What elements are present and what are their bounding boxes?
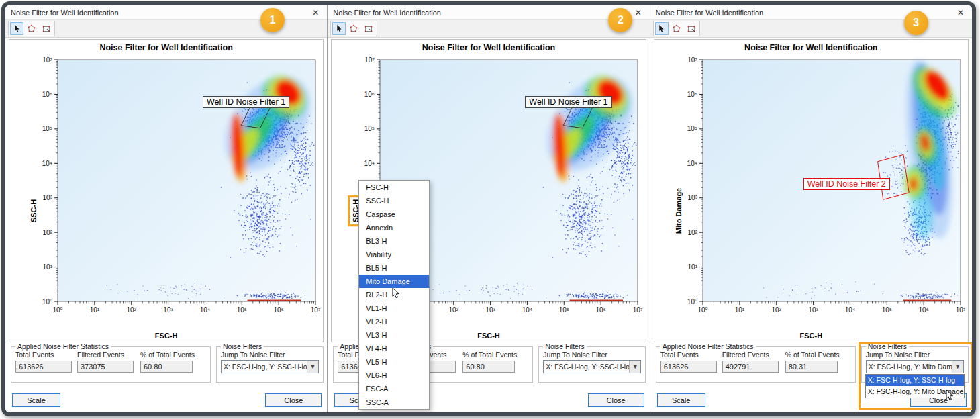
rect-gate-icon bbox=[687, 24, 696, 34]
close-button[interactable]: Close bbox=[588, 393, 644, 407]
jump-to-noise-filter-select[interactable]: X: FSC-H-log, Y: SSC-H-log ▼ bbox=[543, 360, 641, 373]
filtered-events-field: 373075 bbox=[77, 361, 134, 373]
menu-item-ssc-h[interactable]: SSC-H bbox=[359, 194, 429, 207]
stats-group: Applied Noise Filter Statistics Total Ev… bbox=[656, 346, 856, 383]
dropdown-option-mito-damage[interactable]: X: FSC-H-log, Y: Mito Damage bbox=[866, 386, 964, 398]
menu-item-annexin[interactable]: Annexin bbox=[359, 221, 429, 234]
noise-filters-group-label: Noise Filters bbox=[221, 342, 264, 351]
menu-item-viability[interactable]: Viability bbox=[359, 248, 429, 261]
jump-to-label: Jump To Noise Filter bbox=[221, 351, 285, 359]
x-axis-label[interactable]: FSC-H bbox=[9, 332, 323, 340]
chevron-down-icon: ▼ bbox=[629, 361, 640, 373]
density-plot[interactable]: 10⁰10⁰10¹10¹10²10²10³10³10⁴10⁴10⁵10⁵10⁶1… bbox=[654, 56, 970, 324]
menu-item-rl2-h[interactable]: RL2-H bbox=[359, 288, 429, 301]
svg-text:10³: 10³ bbox=[808, 306, 818, 314]
svg-text:10⁵: 10⁵ bbox=[42, 125, 52, 132]
cursor-tool-button[interactable] bbox=[10, 22, 23, 35]
svg-text:10³: 10³ bbox=[687, 194, 697, 201]
svg-text:10⁷: 10⁷ bbox=[42, 56, 52, 64]
svg-text:10⁶: 10⁶ bbox=[918, 306, 928, 314]
jump-to-label: Jump To Noise Filter bbox=[543, 351, 607, 359]
jump-to-noise-filter-select[interactable]: X: FSC-H-log, Y: Mito Dama ▼ bbox=[866, 360, 964, 373]
combo-value: X: FSC-H-log, Y: SSC-H-log bbox=[544, 363, 629, 371]
titlebar[interactable]: Noise Filter for Well Identification ✕ bbox=[328, 5, 649, 20]
tool-group bbox=[330, 21, 377, 36]
svg-text:10²: 10² bbox=[449, 306, 459, 314]
noise-filter-dropdown-list: X: FSC-H-log, Y: SSC-H-log X: FSC-H-log,… bbox=[865, 374, 965, 398]
pct-total-label: % of Total Events bbox=[140, 351, 195, 359]
menu-item-ssc-a[interactable]: SSC-A bbox=[359, 395, 429, 409]
jump-to-noise-filter-select[interactable]: X: FSC-H-log, Y: SSC-H-log ▼ bbox=[221, 360, 319, 373]
tool-group bbox=[653, 21, 700, 36]
step-badge-1: 1 bbox=[260, 8, 285, 32]
chart-title: Noise Filter for Well Identification bbox=[9, 43, 323, 52]
filtered-events-label: Filtered Events bbox=[77, 351, 134, 359]
rect-gate-tool-button[interactable] bbox=[362, 22, 375, 35]
filtered-events-label: Filtered Events bbox=[722, 351, 779, 359]
total-events-field: 613626 bbox=[15, 361, 72, 373]
polygon-gate-tool-button[interactable] bbox=[25, 22, 38, 35]
menu-item-vl3-h[interactable]: VL3-H bbox=[359, 328, 429, 342]
rect-gate-tool-button[interactable] bbox=[40, 22, 53, 35]
menu-item-vl4-h[interactable]: VL4-H bbox=[359, 342, 429, 355]
screenshot-frame: Noise Filter for Well Identification ✕ N… bbox=[1, 1, 976, 416]
pct-total-label: % of Total Events bbox=[462, 351, 517, 359]
total-events-col: Total Events 613626 bbox=[15, 351, 72, 373]
cursor-icon bbox=[335, 24, 344, 33]
svg-text:10⁶: 10⁶ bbox=[42, 91, 52, 98]
cursor-tool-button[interactable] bbox=[655, 22, 669, 35]
cursor-icon bbox=[657, 24, 666, 33]
svg-text:10⁰: 10⁰ bbox=[687, 298, 697, 306]
polygon-gate-tool-button[interactable] bbox=[670, 22, 683, 35]
gate-label[interactable]: Well ID Noise Filter 1 bbox=[525, 96, 611, 108]
svg-text:10⁵: 10⁵ bbox=[881, 306, 891, 314]
menu-item-bl5-h[interactable]: BL5-H bbox=[359, 261, 429, 275]
svg-text:10⁶: 10⁶ bbox=[596, 306, 606, 314]
close-icon[interactable]: ✕ bbox=[309, 8, 322, 17]
noise-filters-group: Noise Filters Jump To Noise Filter X: FS… bbox=[538, 346, 646, 383]
svg-text:10⁶: 10⁶ bbox=[274, 306, 284, 314]
svg-text:10¹: 10¹ bbox=[43, 263, 53, 271]
menu-item-mito-damage[interactable]: Mito Damage bbox=[359, 275, 429, 288]
total-events-field: 613626 bbox=[660, 361, 717, 373]
menu-item-bl3-h[interactable]: BL3-H bbox=[359, 234, 429, 248]
axis-parameter-menu: FSC-H SSC-H Caspase Annexin BL3-H Viabil… bbox=[358, 180, 430, 410]
scale-button[interactable]: Scale bbox=[12, 393, 60, 407]
cursor-tool-button[interactable] bbox=[332, 22, 346, 35]
cursor-icon bbox=[13, 24, 21, 33]
close-button[interactable]: Close bbox=[265, 393, 322, 407]
x-axis-label[interactable]: FSC-H bbox=[654, 332, 968, 340]
close-icon[interactable]: ✕ bbox=[632, 8, 644, 17]
menu-item-fsc-h[interactable]: FSC-H bbox=[359, 181, 429, 194]
svg-text:10⁰: 10⁰ bbox=[52, 306, 62, 314]
stats-group-label: Applied Noise Filter Statistics bbox=[660, 342, 756, 351]
menu-item-vl2-h[interactable]: VL2-H bbox=[359, 315, 429, 328]
toolbar bbox=[328, 20, 649, 38]
svg-text:10²: 10² bbox=[126, 306, 136, 314]
svg-text:10⁷: 10⁷ bbox=[365, 56, 375, 64]
rect-gate-tool-button[interactable] bbox=[685, 22, 698, 35]
window-title: Noise Filter for Well Identification bbox=[333, 9, 632, 17]
scale-button[interactable]: Scale bbox=[657, 393, 705, 407]
noise-filter-dialog-2: Noise Filter for Well Identification ✕ N… bbox=[327, 5, 649, 412]
dropdown-option-ssc-h-log[interactable]: X: FSC-H-log, Y: SSC-H-log bbox=[866, 375, 964, 386]
rect-gate-icon bbox=[42, 24, 51, 34]
menu-item-caspase[interactable]: Caspase bbox=[359, 207, 429, 221]
polygon-gate-icon bbox=[672, 24, 681, 34]
menu-item-vl6-h[interactable]: VL6-H bbox=[359, 369, 429, 382]
svg-text:10¹: 10¹ bbox=[90, 306, 100, 314]
menu-item-fsc-a[interactable]: FSC-A bbox=[359, 382, 429, 395]
close-icon[interactable]: ✕ bbox=[954, 8, 967, 17]
svg-text:10⁷: 10⁷ bbox=[687, 56, 697, 64]
filtered-events-field: 492791 bbox=[722, 361, 779, 373]
svg-text:10²: 10² bbox=[771, 306, 781, 314]
gate-label[interactable]: Well ID Noise Filter 2 bbox=[803, 178, 890, 190]
menu-item-vl5-h[interactable]: VL5-H bbox=[359, 355, 429, 369]
noise-filters-group: Noise Filters Jump To Noise Filter X: FS… bbox=[216, 346, 324, 383]
gate-label[interactable]: Well ID Noise Filter 1 bbox=[203, 96, 289, 108]
svg-text:10⁴: 10⁴ bbox=[42, 160, 52, 167]
menu-item-vl1-h[interactable]: VL1-H bbox=[359, 301, 429, 315]
polygon-gate-tool-button[interactable] bbox=[347, 22, 360, 35]
svg-text:10²: 10² bbox=[687, 229, 697, 236]
pct-total-col: % of Total Events 60.80 bbox=[140, 351, 195, 373]
